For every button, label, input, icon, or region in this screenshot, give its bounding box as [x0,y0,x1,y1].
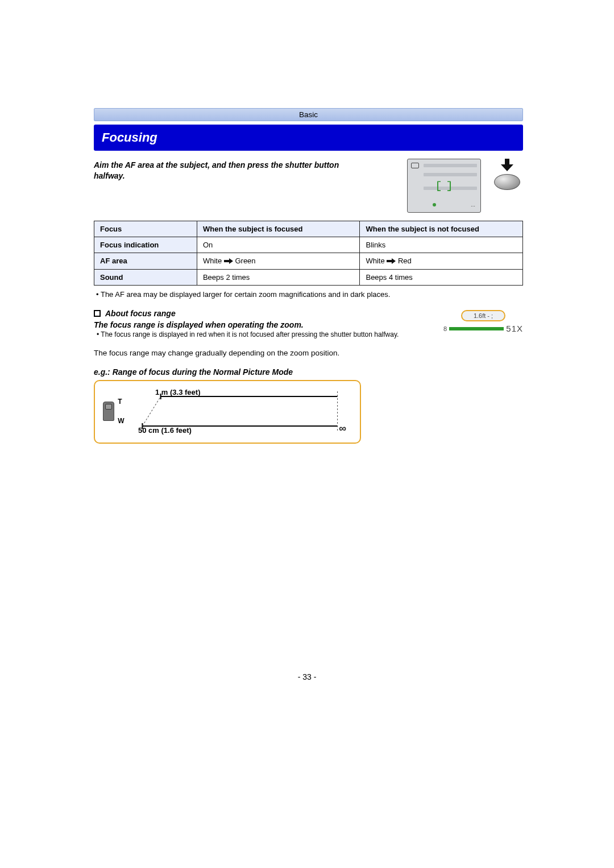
page-number: - 33 - [0,672,614,681]
focus-range-display: 1.6ft - ; 8 51X [443,310,523,342]
intro-line-2: halfway. [94,171,125,180]
range-left-label: 8 [443,325,447,332]
cell-text-a: White [366,257,384,265]
focus-dot-icon [433,203,436,206]
row-label: AF area [94,253,197,270]
tele-label: T [118,398,124,406]
about-bullet: • The focus range is displayed in red wh… [94,330,430,338]
arrow-right-icon [224,257,233,266]
about-heading-text: About focus range [105,309,176,318]
th-focused: When the subject is focused [197,221,360,237]
range-pill: 1.6ft - ; [461,310,505,321]
cell-text-b: Red [398,257,412,265]
shutter-illustration [491,159,523,213]
table-row: Sound Beeps 2 times Beeps 4 times [94,270,523,286]
row-label: Sound [94,270,197,286]
camera-icon: T W [105,398,122,425]
note-text: The AF area may be displayed larger for … [101,290,390,299]
cell-text-b: Green [235,257,255,265]
lcd-small-text: ⋯ [471,204,476,209]
svg-marker-2 [387,258,396,264]
about-focus-range: About focus range The focus range is dis… [94,309,523,342]
cell: On [197,237,360,253]
arrow-right-icon [387,257,396,266]
intro-row: Aim the AF area at the subject, and then… [94,159,523,213]
range-zoom-label: 51X [506,324,523,333]
intro-line-1: Aim the AF area at the subject, and then… [94,160,339,170]
cell: White Green [197,253,360,270]
cell: White Red [360,253,523,270]
cell: Beeps 4 times [360,270,523,286]
focus-range-diagram: T W 1 m (3.3 feet) 50 cm (1.6 feet) ∞ [94,380,361,444]
wide-label: W [118,417,124,425]
infinity-symbol: ∞ [339,423,346,435]
range-bar [449,327,504,330]
cell: Blinks [360,237,523,253]
cell-text-a: White [203,257,222,265]
lcd-preview-illustration: ⋯ [407,159,481,213]
th-focus: Focus [94,221,197,237]
table-row: Focus indication On Blinks [94,237,523,253]
row-label: Focus indication [94,237,197,253]
checkbox-icon [94,310,101,317]
example-title: e.g.: Range of focus during the Normal P… [94,367,523,377]
af-area-note: • The AF area may be displayed larger fo… [94,290,523,299]
arrow-down-icon [500,159,515,173]
diagram-top-label: 1 m (3.3 feet) [155,388,200,396]
svg-marker-1 [224,258,233,264]
svg-line-7 [142,396,160,426]
section-header: Basic [94,108,523,121]
gradual-change-paragraph: The focus range may change gradually dep… [94,349,523,357]
svg-marker-0 [501,159,513,171]
about-body: The focus range is displayed when operat… [94,320,430,329]
diagram-bottom-label: 50 cm (1.6 feet) [138,426,192,435]
about-heading: About focus range [94,309,430,318]
page-title: Focusing [94,125,523,151]
intro-text: Aim the AF area at the subject, and then… [94,159,397,213]
shutter-button-icon [494,174,520,190]
th-not-focused: When the subject is not focused [360,221,523,237]
focus-status-table: Focus When the subject is focused When t… [94,221,523,286]
cell: Beeps 2 times [197,270,360,286]
table-row: AF area White Green White Red [94,253,523,270]
range-diagram: 1 m (3.3 feet) 50 cm (1.6 feet) ∞ [130,389,350,433]
about-bullet-text: The focus range is displayed in red when… [101,330,399,338]
